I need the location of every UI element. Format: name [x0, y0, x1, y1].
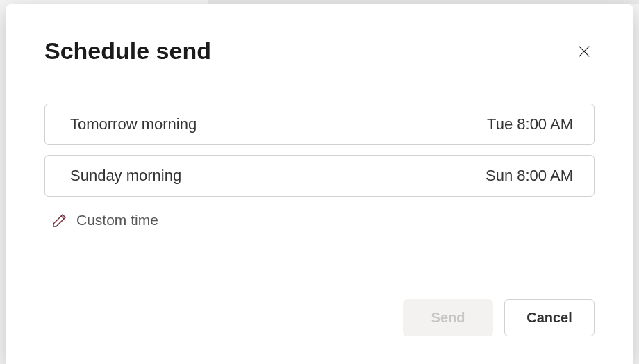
option-time: Sun 8:00 AM — [486, 167, 573, 185]
pencil-icon — [51, 212, 68, 229]
custom-time-button[interactable]: Custom time — [6, 197, 633, 229]
custom-time-label: Custom time — [76, 212, 158, 229]
option-time: Tue 8:00 AM — [487, 115, 573, 133]
option-tomorrow-morning[interactable]: Tomorrow morning Tue 8:00 AM — [44, 104, 595, 145]
close-button[interactable] — [574, 41, 595, 62]
cancel-button[interactable]: Cancel — [504, 299, 595, 336]
schedule-options: Tomorrow morning Tue 8:00 AM Sunday morn… — [6, 65, 633, 197]
dialog-header: Schedule send — [6, 4, 633, 65]
dialog-footer: Send Cancel — [403, 299, 595, 336]
schedule-send-dialog: Schedule send Tomorrow morning Tue 8:00 … — [6, 4, 633, 364]
option-label: Tomorrow morning — [70, 115, 197, 133]
dialog-title: Schedule send — [44, 38, 211, 65]
option-label: Sunday morning — [70, 167, 181, 185]
close-icon — [576, 44, 592, 59]
option-sunday-morning[interactable]: Sunday morning Sun 8:00 AM — [44, 155, 595, 197]
send-button[interactable]: Send — [403, 299, 493, 336]
svg-line-2 — [61, 216, 64, 219]
